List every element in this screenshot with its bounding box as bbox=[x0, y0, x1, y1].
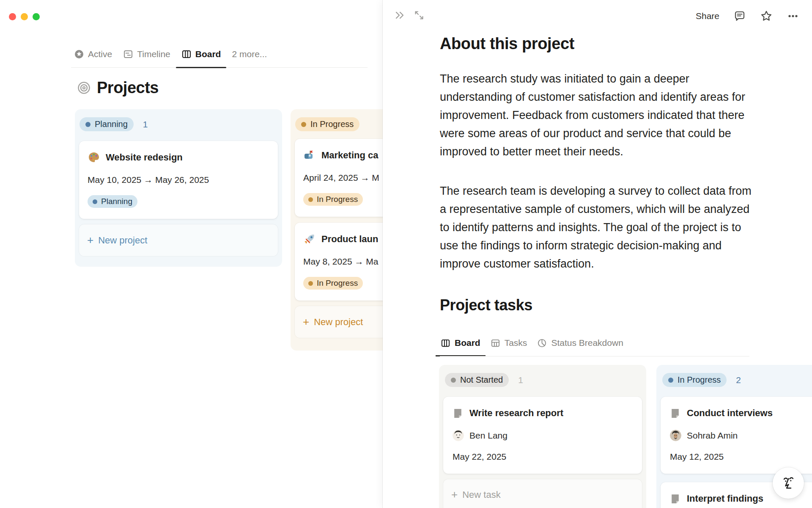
star-circle-icon bbox=[74, 49, 84, 59]
card-title: Website redesign bbox=[106, 152, 183, 163]
about-paragraph-2: The research team is developing a survey… bbox=[440, 182, 754, 273]
view-tab-tasks[interactable]: Tasks bbox=[486, 334, 532, 352]
tab-board[interactable]: Board bbox=[176, 45, 227, 64]
view-tab-board[interactable]: Board bbox=[436, 334, 486, 352]
project-card-website-redesign[interactable]: Website redesign May 10, 2025 → May 26, … bbox=[79, 141, 278, 219]
minimize-window-button[interactable] bbox=[21, 13, 28, 20]
heading-about-this-project: About this project bbox=[440, 35, 574, 53]
more-options-icon[interactable] bbox=[787, 10, 799, 22]
column-header: Planning 1 bbox=[75, 109, 282, 131]
card-tag: Planning bbox=[88, 195, 137, 208]
comment-icon[interactable] bbox=[733, 10, 746, 22]
plus-icon: + bbox=[87, 235, 93, 246]
tab-label: 2 more... bbox=[232, 49, 267, 59]
task-title: Interpret findings bbox=[687, 493, 763, 504]
new-task-button[interactable]: + New task bbox=[443, 479, 642, 508]
status-dot bbox=[301, 122, 306, 127]
board-icon bbox=[181, 49, 192, 59]
status-dot bbox=[85, 122, 91, 127]
share-button[interactable]: Share bbox=[696, 11, 719, 21]
collapse-peek-icon[interactable] bbox=[394, 9, 406, 21]
board-icon bbox=[441, 338, 450, 348]
tab-label: Timeline bbox=[137, 49, 170, 59]
assignee-name: Sohrab Amin bbox=[687, 431, 738, 441]
task-card-write-research-report[interactable]: Write research report Ben Lang May 22, 2… bbox=[443, 397, 642, 474]
tag-dot bbox=[308, 197, 313, 202]
expand-page-icon[interactable] bbox=[413, 9, 425, 21]
assignee-avatar bbox=[453, 430, 464, 441]
task-view-tab-bar: Board Tasks Status Breakdown bbox=[436, 334, 628, 352]
status-dot bbox=[451, 378, 456, 383]
due-date: May 22, 2025 bbox=[453, 452, 633, 462]
status-pill-not-started[interactable]: Not Started bbox=[445, 373, 509, 387]
new-project-button[interactable]: + New project bbox=[79, 224, 278, 256]
card-tag: In Progress bbox=[303, 193, 363, 206]
tab-timeline[interactable]: Timeline bbox=[118, 45, 176, 64]
tab-active[interactable]: Active bbox=[69, 45, 118, 64]
card-title: Marketing ca bbox=[321, 150, 379, 161]
card-title: Product laun bbox=[321, 234, 378, 245]
bullseye-icon bbox=[77, 81, 91, 94]
page-icon bbox=[670, 408, 680, 419]
view-tab-status-breakdown[interactable]: Status Breakdown bbox=[532, 334, 628, 352]
task-title: Conduct interviews bbox=[687, 408, 773, 419]
rocket-emoji bbox=[303, 233, 316, 246]
status-pill-in-progress[interactable]: In Progress bbox=[295, 117, 359, 131]
side-peek-panel: Share About this project The research st… bbox=[383, 0, 812, 508]
about-paragraph-1: The research study was initiated to gain… bbox=[440, 70, 754, 161]
column-count: 1 bbox=[143, 119, 148, 130]
plus-icon: + bbox=[303, 316, 309, 327]
zoom-window-button[interactable] bbox=[33, 13, 40, 20]
window-controls bbox=[9, 13, 40, 20]
status-pill-planning[interactable]: Planning bbox=[80, 117, 134, 131]
task-column-not-started: Not Started 1 Write research report Ben … bbox=[439, 365, 646, 508]
task-title: Write research report bbox=[469, 408, 563, 419]
heading-project-tasks: Project tasks bbox=[440, 296, 532, 314]
page-title: Projects bbox=[97, 79, 159, 97]
plus-icon: + bbox=[451, 489, 458, 500]
star-icon[interactable] bbox=[760, 10, 773, 22]
palette-emoji bbox=[88, 151, 100, 164]
view-tab-bar: Active Timeline Board 2 more... bbox=[69, 45, 272, 64]
card-dates: May 10, 2025 → May 26, 2025 bbox=[88, 175, 269, 185]
tab-more-views[interactable]: 2 more... bbox=[226, 45, 272, 64]
page-icon bbox=[453, 408, 463, 419]
board-column-planning: Planning 1 Website redesign May 10, 2025… bbox=[75, 109, 282, 267]
column-header: In Progress 2 bbox=[656, 365, 812, 387]
assignee-name: Ben Lang bbox=[469, 431, 508, 441]
close-window-button[interactable] bbox=[9, 13, 16, 20]
mailbox-emoji bbox=[303, 149, 316, 162]
task-tab-divider bbox=[440, 356, 749, 356]
tag-dot bbox=[93, 199, 97, 204]
notion-ai-face-icon bbox=[780, 475, 797, 491]
page-title-row: Projects bbox=[77, 79, 159, 97]
tab-label: Active bbox=[88, 49, 112, 59]
column-header: Not Started 1 bbox=[439, 365, 646, 387]
task-card-conduct-interviews[interactable]: Conduct interviews Sohrab Amin May 12, 2… bbox=[661, 397, 812, 474]
status-pill-in-progress[interactable]: In Progress bbox=[662, 373, 727, 387]
pie-chart-icon bbox=[537, 338, 547, 348]
page-icon bbox=[670, 494, 680, 504]
card-tag: In Progress bbox=[303, 277, 363, 290]
status-dot bbox=[668, 378, 673, 383]
column-count: 2 bbox=[736, 375, 741, 385]
column-count: 1 bbox=[518, 375, 523, 385]
assignee-avatar bbox=[670, 430, 681, 441]
timeline-icon bbox=[123, 49, 133, 59]
notion-ai-button[interactable] bbox=[773, 467, 804, 499]
due-date: May 12, 2025 bbox=[670, 452, 812, 462]
tag-dot bbox=[308, 281, 313, 286]
tab-label: Board bbox=[195, 49, 221, 59]
table-icon bbox=[491, 338, 500, 348]
